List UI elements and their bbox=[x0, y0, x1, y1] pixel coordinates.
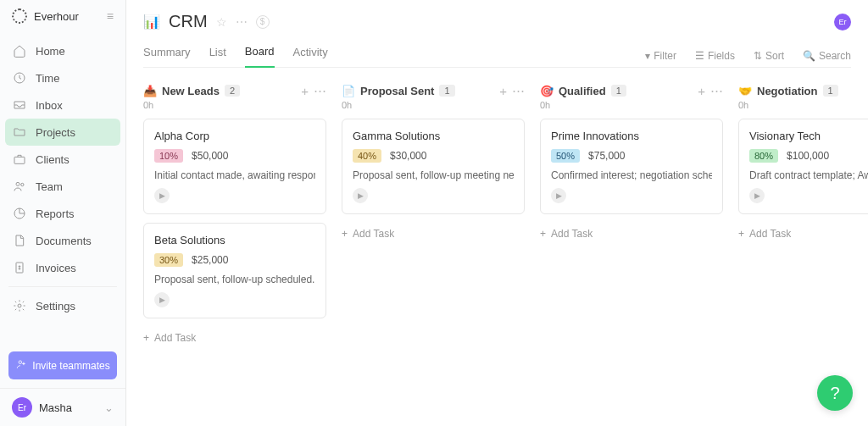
sidebar-item-inbox[interactable]: Inbox bbox=[0, 91, 125, 119]
filter-icon: ▾ bbox=[645, 50, 650, 62]
sidebar-item-time[interactable]: Time bbox=[0, 64, 125, 91]
users-icon bbox=[12, 179, 27, 194]
card-description: Draft contract template; Awaiting bbox=[749, 169, 868, 181]
search-icon: 🔍 bbox=[803, 50, 815, 62]
column-header: 🤝 Negotiation 1 + ⋯ bbox=[738, 83, 868, 98]
card-description: Initial contact made, awaiting response. bbox=[154, 169, 315, 181]
percent-badge: 80% bbox=[749, 149, 778, 163]
column-title: Qualified bbox=[559, 85, 606, 97]
play-icon[interactable]: ▶ bbox=[154, 292, 170, 307]
column-more-icon[interactable]: ⋯ bbox=[710, 83, 723, 98]
sidebar-item-label: Projects bbox=[36, 126, 75, 139]
svg-rect-1 bbox=[14, 157, 25, 163]
header: 📊 CRM ☆ ⋯ $ Er Summary List Board Activi… bbox=[126, 0, 868, 68]
sidebar-item-label: Invoices bbox=[36, 262, 76, 274]
task-card[interactable]: Gamma Solutions 40% $30,000 Proposal sen… bbox=[342, 119, 525, 214]
card-title: Gamma Solutions bbox=[353, 130, 514, 142]
svg-point-3 bbox=[21, 183, 24, 185]
sidebar-user[interactable]: Er Masha ⌄ bbox=[0, 388, 125, 426]
task-card[interactable]: Visionary Tech 80% $100,000 Draft contra… bbox=[738, 119, 868, 214]
column-add-icon[interactable]: + bbox=[301, 84, 309, 98]
add-task-button[interactable]: +Add Task bbox=[738, 223, 868, 245]
play-icon[interactable]: ▶ bbox=[749, 188, 765, 203]
task-card[interactable]: Prime Innovations 50% $75,000 Confirmed … bbox=[540, 119, 723, 214]
home-icon bbox=[12, 43, 27, 58]
sidebar-item-home[interactable]: Home bbox=[0, 37, 125, 64]
invite-label: Invite teammates bbox=[32, 360, 109, 372]
column-more-icon[interactable]: ⋯ bbox=[512, 83, 525, 98]
column-count: 1 bbox=[823, 85, 838, 97]
user-name: Masha bbox=[39, 401, 72, 414]
column-add-icon[interactable]: + bbox=[698, 84, 705, 98]
sidebar-item-label: Inbox bbox=[36, 99, 63, 112]
sidebar-item-label: Time bbox=[36, 72, 59, 85]
chevron-down-icon: ⌄ bbox=[104, 401, 114, 414]
play-icon[interactable]: ▶ bbox=[551, 188, 566, 203]
help-button[interactable]: ? bbox=[817, 375, 853, 411]
tab-board[interactable]: Board bbox=[245, 45, 275, 68]
card-meta: 30% $25,000 bbox=[154, 253, 315, 267]
sidebar-item-label: Clients bbox=[36, 153, 70, 166]
play-icon[interactable]: ▶ bbox=[154, 188, 170, 203]
sidebar-item-team[interactable]: Team bbox=[0, 173, 125, 200]
plus-icon: + bbox=[143, 332, 149, 344]
percent-badge: 50% bbox=[551, 149, 580, 163]
column-emoji-icon: 📥 bbox=[143, 85, 157, 97]
sidebar-nav: Home Time Inbox Projects Clients Team Re… bbox=[0, 32, 125, 343]
page-title: CRM bbox=[169, 12, 208, 31]
sidebar-item-invoices[interactable]: Invoices bbox=[0, 254, 125, 281]
sidebar-item-clients[interactable]: Clients bbox=[0, 146, 125, 173]
briefcase-icon bbox=[12, 152, 27, 167]
percent-badge: 30% bbox=[154, 253, 183, 267]
board-column: 🤝 Negotiation 1 + ⋯ 0h Visionary Tech 80… bbox=[738, 83, 868, 411]
invoice-icon bbox=[12, 260, 27, 275]
tab-activity[interactable]: Activity bbox=[293, 46, 328, 67]
invite-button[interactable]: Invite teammates bbox=[8, 351, 117, 379]
column-more-icon[interactable]: ⋯ bbox=[314, 83, 326, 98]
column-add-icon[interactable]: + bbox=[499, 84, 507, 98]
add-task-button[interactable]: +Add Task bbox=[540, 223, 723, 245]
document-icon bbox=[12, 233, 27, 248]
sort-icon: ⇅ bbox=[754, 50, 762, 62]
percent-badge: 40% bbox=[353, 149, 381, 163]
sidebar-item-label: Home bbox=[36, 45, 65, 58]
brand-logo bbox=[12, 8, 27, 24]
sidebar-item-settings[interactable]: Settings bbox=[0, 292, 125, 319]
sort-button[interactable]: ⇅Sort bbox=[754, 50, 784, 62]
add-task-button[interactable]: +Add Task bbox=[342, 223, 525, 245]
column-hours: 0h bbox=[738, 100, 868, 110]
card-description: Proposal sent, follow-up scheduled. bbox=[154, 274, 315, 285]
sidebar-item-reports[interactable]: Reports bbox=[0, 200, 125, 227]
column-count: 1 bbox=[611, 85, 626, 97]
search-button[interactable]: 🔍Search bbox=[803, 50, 851, 62]
sidebar-item-label: Reports bbox=[36, 207, 75, 220]
filter-button[interactable]: ▾Filter bbox=[645, 50, 676, 62]
sidebar-item-label: Team bbox=[36, 180, 63, 193]
tab-summary[interactable]: Summary bbox=[143, 46, 191, 67]
dollar-icon[interactable]: $ bbox=[256, 15, 270, 29]
play-icon[interactable]: ▶ bbox=[353, 188, 368, 203]
divider bbox=[8, 286, 117, 287]
task-card[interactable]: Beta Solutions 30% $25,000 Proposal sent… bbox=[143, 223, 326, 318]
card-title: Alpha Corp bbox=[154, 130, 315, 142]
column-count: 1 bbox=[439, 85, 454, 97]
task-card[interactable]: Alpha Corp 10% $50,000 Initial contact m… bbox=[143, 119, 326, 214]
sidebar-item-documents[interactable]: Documents bbox=[0, 227, 125, 254]
column-hours: 0h bbox=[143, 100, 326, 110]
collapse-icon[interactable]: ≡ bbox=[107, 9, 114, 23]
card-meta: 10% $50,000 bbox=[154, 149, 315, 163]
header-avatar[interactable]: Er bbox=[834, 14, 851, 30]
column-title: Negotiation bbox=[757, 85, 818, 97]
main: 📊 CRM ☆ ⋯ $ Er Summary List Board Activi… bbox=[126, 0, 868, 426]
column-header: 📥 New Leads 2 + ⋯ bbox=[143, 83, 326, 98]
sidebar-item-projects[interactable]: Projects bbox=[5, 119, 120, 146]
tabs: Summary List Board Activity ▾Filter ☰Fie… bbox=[143, 45, 851, 68]
column-header: 🎯 Qualified 1 + ⋯ bbox=[540, 83, 723, 98]
fields-button[interactable]: ☰Fields bbox=[695, 50, 735, 62]
card-amount: $30,000 bbox=[390, 150, 426, 162]
more-icon[interactable]: ⋯ bbox=[236, 15, 248, 29]
add-task-button[interactable]: +Add Task bbox=[143, 327, 326, 349]
star-icon[interactable]: ☆ bbox=[216, 15, 227, 29]
brand-name: Everhour bbox=[34, 10, 79, 23]
tab-list[interactable]: List bbox=[209, 46, 226, 67]
